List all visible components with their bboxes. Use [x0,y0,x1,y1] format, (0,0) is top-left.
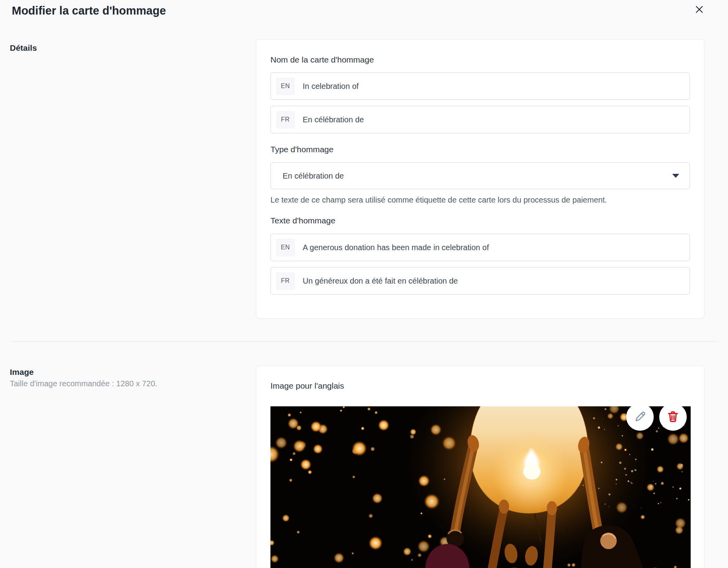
image-card: Image pour l'anglais [256,365,704,568]
tribute-text-en-input[interactable] [302,239,683,256]
tribute-text-en-row: EN [270,234,690,261]
chevron-down-icon [672,174,679,178]
image-size-hint: Taille d'image recommandée : 1280 x 720. [10,378,256,389]
close-button[interactable] [693,4,705,16]
lang-badge-en: EN [276,239,295,256]
tribute-name-en-row: EN [270,72,690,100]
details-card: Nom de la carte d'hommage EN FR Type d'h… [256,39,704,319]
delete-image-button[interactable] [659,403,687,431]
lang-badge-fr: FR [276,111,295,129]
page-title: Modifier la carte d'hommage [12,3,716,18]
close-icon [694,4,704,16]
edit-image-button[interactable] [626,403,654,431]
pencil-icon [633,410,647,424]
section-divider [10,341,718,342]
modal-header: Modifier la carte d'hommage [0,0,728,19]
image-section-heading: Image [10,367,256,378]
image-section: Image Taille d'image recommandée : 1280 … [0,365,728,568]
tribute-type-selected-value: En célébration de [283,172,672,181]
trash-icon [666,410,680,424]
tribute-name-fr-row: FR [270,106,690,133]
tribute-name-en-input[interactable] [302,78,683,94]
tribute-text-label: Texte d'hommage [270,215,690,227]
details-section-heading: Détails [10,42,256,53]
tribute-image-preview [270,406,691,568]
image-english-label: Image pour l'anglais [270,380,690,392]
details-section: Détails Nom de la carte d'hommage EN FR … [0,39,728,319]
tribute-name-fr-input[interactable] [302,111,683,128]
tribute-type-helper-text: Le texte de ce champ sera utilisé comme … [270,195,690,205]
tribute-type-select[interactable]: En célébration de [270,162,690,189]
lang-badge-en: EN [276,77,295,95]
lantern-photo [270,406,691,568]
tribute-type-label: Type d'hommage [270,144,690,155]
tribute-text-fr-input[interactable] [302,273,683,289]
tribute-name-label: Nom de la carte d'hommage [270,54,690,66]
lang-badge-fr: FR [276,272,295,290]
tribute-text-fr-row: FR [270,267,690,295]
